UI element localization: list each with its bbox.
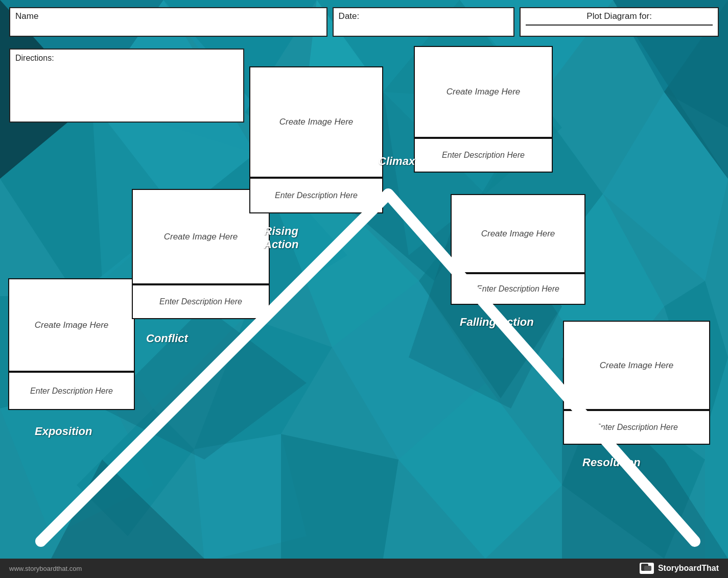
name-label: Name <box>15 11 38 21</box>
falling-action-desc-card[interactable]: Enter Description Here <box>451 273 585 305</box>
plot-title-label: Plot Diagram for: <box>526 11 713 21</box>
plot-title-field[interactable]: Plot Diagram for: <box>520 7 719 37</box>
rising-action-desc-placeholder: Enter Description Here <box>275 191 358 200</box>
climax-desc-placeholder: Enter Description Here <box>442 151 525 160</box>
brand-name: StoryboardThat <box>658 564 719 573</box>
rising-action-image-card[interactable]: Create Image Here <box>249 66 383 178</box>
name-field[interactable]: Name <box>9 7 327 37</box>
rising-action-desc-card[interactable]: Enter Description Here <box>249 178 383 213</box>
conflict-desc-card[interactable]: Enter Description Here <box>132 284 270 319</box>
climax-image-card[interactable]: Create Image Here <box>414 46 553 138</box>
climax-image-placeholder: Create Image Here <box>447 87 521 97</box>
exposition-label: Exposition <box>35 425 92 438</box>
svg-rect-42 <box>644 566 651 571</box>
rising-action-image-placeholder: Create Image Here <box>279 117 354 127</box>
climax-desc-card[interactable]: Enter Description Here <box>414 138 553 173</box>
falling-action-desc-placeholder: Enter Description Here <box>477 284 559 294</box>
conflict-image-placeholder: Create Image Here <box>164 232 238 242</box>
directions-label: Directions: <box>15 54 54 62</box>
conflict-desc-placeholder: Enter Description Here <box>159 297 242 306</box>
falling-action-image-card[interactable]: Create Image Here <box>451 194 585 273</box>
rising-action-label: RisingAction <box>264 225 298 252</box>
resolution-image-card[interactable]: Create Image Here <box>563 321 710 410</box>
exposition-image-placeholder: Create Image Here <box>35 320 109 330</box>
date-label: Date: <box>339 11 360 21</box>
footer-url: www.storyboardthat.com <box>9 565 82 572</box>
exposition-image-card[interactable]: Create Image Here <box>8 278 135 372</box>
resolution-desc-placeholder: Enter Description Here <box>595 423 678 432</box>
falling-action-label: Falling Action <box>460 316 534 329</box>
date-field[interactable]: Date: <box>333 7 515 37</box>
exposition-desc-card[interactable]: Enter Description Here <box>8 372 135 410</box>
falling-action-image-placeholder: Create Image Here <box>481 229 555 239</box>
resolution-desc-card[interactable]: Enter Description Here <box>563 410 710 445</box>
climax-label: Climax <box>378 155 415 168</box>
conflict-label: Conflict <box>146 332 188 345</box>
directions-box[interactable]: Directions: <box>9 49 244 123</box>
resolution-label: Resolution <box>582 456 641 469</box>
brand-icon <box>640 563 654 574</box>
footer: www.storyboardthat.com StoryboardThat <box>0 559 728 578</box>
footer-brand: StoryboardThat <box>640 563 719 574</box>
resolution-image-placeholder: Create Image Here <box>600 360 674 371</box>
exposition-desc-placeholder: Enter Description Here <box>30 387 113 396</box>
